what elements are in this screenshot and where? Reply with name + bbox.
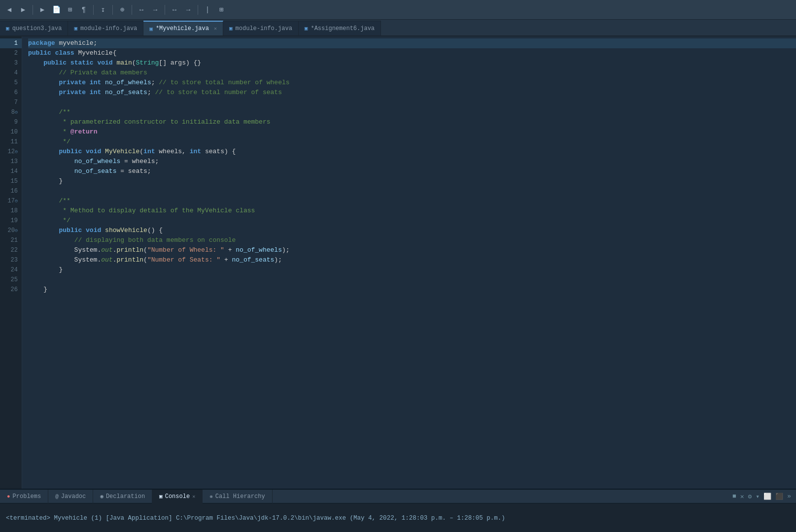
token: @return — [70, 127, 98, 137]
back-icon[interactable]: ◀ — [4, 4, 15, 15]
left-right2-icon[interactable]: ↔ — [169, 4, 180, 15]
pin-icon[interactable]: ■ — [731, 492, 737, 501]
tab-label-callhierarchy: Call Hierarchy — [215, 493, 265, 500]
toolbar-separator-1 — [33, 5, 33, 15]
toolbar-separator-3 — [112, 5, 113, 15]
token: no_of_wheels — [105, 78, 151, 88]
tab-callhierarchy[interactable]: ❋ Call Hierarchy — [203, 490, 272, 503]
token: "Number of Wheels: " — [147, 245, 224, 255]
code-line-16 — [28, 186, 796, 196]
token: MyVehicle — [105, 147, 139, 157]
toolbar-separator-5 — [165, 5, 165, 15]
token: int — [90, 78, 101, 88]
token — [28, 58, 43, 68]
console-tab-close[interactable]: ✕ — [192, 494, 195, 499]
token: } — [28, 265, 63, 275]
tab-myvehicle[interactable]: ▣ *Myvehicle.java ✕ — [143, 21, 223, 35]
token: main — [117, 58, 132, 68]
tab-label-declaration: Declaration — [106, 493, 145, 500]
pipe-icon: | — [202, 4, 213, 15]
overflow-icon[interactable]: » — [786, 492, 792, 501]
token: println — [116, 245, 143, 255]
tab-console[interactable]: ▣ Console ✕ — [152, 490, 203, 503]
line-number-24: 24 — [0, 265, 22, 275]
tab-assignement6[interactable]: ▣ *Assignement6.java — [299, 21, 381, 35]
token — [28, 137, 63, 147]
token: out — [101, 255, 112, 265]
token — [101, 78, 105, 88]
line-number-1: 1 — [0, 38, 22, 48]
line-number-20: 20⊖ — [0, 226, 22, 235]
fold-arrow[interactable]: ⊖ — [15, 149, 18, 155]
text-icon[interactable]: ¶ — [78, 4, 89, 15]
java-file-icon-q3: ▣ — [6, 25, 9, 32]
grid-icon[interactable]: ⊞ — [65, 4, 75, 15]
token — [94, 58, 98, 68]
token: void — [97, 58, 112, 68]
line-number-2: 2 — [0, 48, 22, 58]
line-number-19: 19 — [0, 216, 22, 226]
token: void — [86, 147, 101, 157]
java-file-icon-mi2: ▣ — [229, 25, 233, 32]
bottom-controls: ■ ✕ ⚙ ▾ ⬜ ⬛ » — [731, 492, 796, 501]
line-number-15: 15 — [0, 176, 22, 186]
run-icon[interactable]: ▶ — [37, 4, 48, 15]
code-line-15: } — [28, 176, 796, 186]
code-line-14: no_of_seats = seats; — [28, 166, 796, 176]
java-file-icon-mi1: ▣ — [74, 25, 77, 32]
tab-moduleinfo1[interactable]: ▣ module-info.java — [68, 21, 143, 35]
maximize-icon[interactable]: ⬜ — [762, 492, 772, 501]
right-arrow-icon[interactable]: → — [150, 4, 161, 15]
console-output: <terminated> Myvehicle (1) [Java Applica… — [0, 503, 796, 532]
restore-icon[interactable]: ⬛ — [774, 492, 784, 501]
line-number-18: 18 — [0, 206, 22, 216]
grid2-icon[interactable]: ⊞ — [216, 4, 227, 15]
java-file-icon-a6: ▣ — [305, 25, 308, 32]
token: } — [28, 176, 63, 186]
forward-icon[interactable]: ▶ — [18, 4, 29, 15]
token: /** — [59, 196, 70, 206]
token — [86, 88, 90, 98]
token: . — [113, 245, 117, 255]
token — [28, 147, 59, 157]
open-file-icon[interactable]: 📄 — [51, 4, 62, 15]
token: System. — [28, 255, 101, 265]
code-line-5: private int no_of_wheels; // to store to… — [28, 78, 796, 88]
token — [101, 88, 105, 98]
close-bottom-icon[interactable]: ✕ — [739, 492, 745, 501]
plus-icon[interactable]: ⊕ — [117, 4, 128, 15]
token — [28, 107, 59, 117]
code-line-9: * parameterized constructor to initializ… — [28, 117, 796, 127]
token: ( — [139, 147, 143, 157]
tab-declaration[interactable]: ◉ Declaration — [93, 490, 152, 503]
token — [28, 88, 59, 98]
bottom-panel: ● Problems @ Javadoc ◉ Declaration ▣ Con… — [0, 489, 796, 532]
tab-problems[interactable]: ● Problems — [0, 490, 48, 503]
token: private — [59, 88, 86, 98]
line-number-26: 26 — [0, 285, 22, 295]
fold-arrow[interactable]: ⊖ — [15, 109, 18, 115]
javadoc-icon: @ — [55, 494, 59, 499]
token — [101, 226, 105, 235]
fold-arrow[interactable]: ⊖ — [15, 198, 18, 204]
tab-question3[interactable]: ▣ question3.java — [0, 21, 68, 35]
tab-moduleinfo2[interactable]: ▣ module-info.java — [223, 21, 299, 35]
right2-icon[interactable]: → — [183, 4, 194, 15]
token: package — [28, 38, 55, 48]
tab-close-myvehicle[interactable]: ✕ — [214, 26, 217, 32]
settings-bottom-icon[interactable]: ⚙ — [747, 492, 753, 501]
tab-javadoc[interactable]: @ Javadoc — [48, 490, 93, 503]
code-line-17: /** — [28, 196, 796, 206]
line-number-14: 14 — [0, 166, 22, 176]
down-arrow-icon[interactable]: ↧ — [98, 4, 108, 15]
token: ; — [147, 88, 155, 98]
token: // Private data members — [59, 68, 147, 78]
token — [82, 147, 86, 157]
line-number-17: 17⊖ — [0, 196, 22, 206]
left-right-icon[interactable]: ↔ — [136, 4, 147, 15]
line-number-12: 12⊖ — [0, 147, 22, 157]
code-editor[interactable]: package myvehicle;public class Myvehicle… — [22, 36, 796, 489]
token: ( — [143, 255, 147, 265]
minimize-icon[interactable]: ▾ — [755, 492, 761, 501]
fold-arrow[interactable]: ⊖ — [15, 228, 18, 233]
